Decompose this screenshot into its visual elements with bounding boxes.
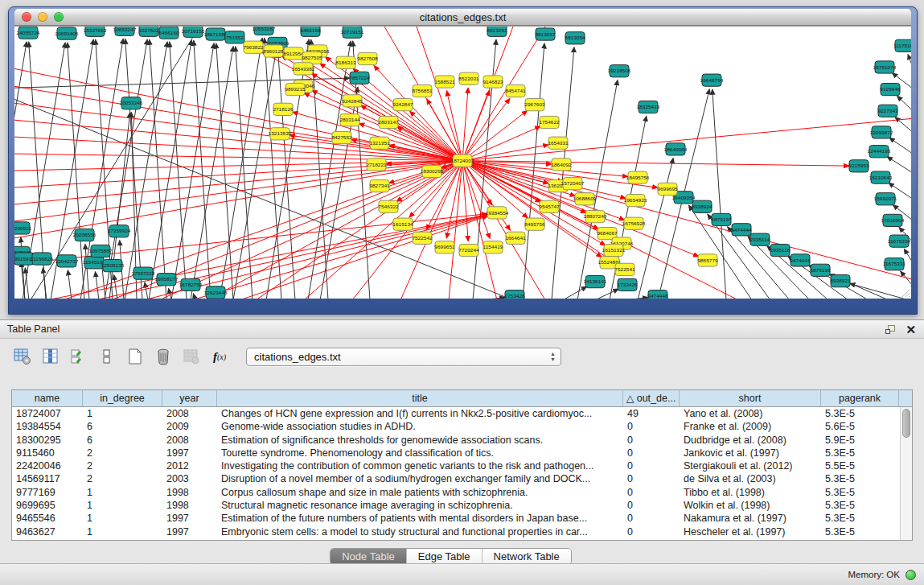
graph-node[interactable]: 20053346 [120, 97, 143, 109]
graph-node[interactable]: 8813051 [487, 27, 507, 36]
graph-node[interactable]: 6466160 [158, 27, 179, 39]
graph-node[interactable]: 18325419 [637, 101, 660, 113]
graph-node[interactable]: 8454741 [505, 84, 526, 97]
graph-node[interactable]: 16782759 [179, 278, 203, 290]
graph-node[interactable]: 751552 [225, 31, 244, 43]
graph-node[interactable]: 8960128 [263, 45, 284, 57]
show-columns-icon[interactable] [41, 347, 60, 366]
table-row[interactable]: 969969511998Structural magnetic resonanc… [12, 499, 912, 512]
graph-node[interactable]: 20206556 [73, 229, 97, 241]
column-header-in-degree[interactable]: in_degree [83, 390, 162, 406]
graph-node[interactable]: 7522541 [614, 263, 635, 275]
graph-node[interactable]: 8912954 [283, 47, 304, 60]
graph-node[interactable]: 8813054 [565, 32, 585, 44]
float-panel-icon[interactable] [885, 325, 896, 335]
graph-node[interactable]: 11175107 [893, 39, 911, 51]
graph-node[interactable]: 19654923 [624, 195, 647, 207]
graph-node[interactable]: 7522542 [412, 232, 433, 244]
graph-node[interactable]: 15751074 [873, 61, 897, 73]
graph-node[interactable]: 9893215 [285, 83, 306, 95]
table-row[interactable]: 911546021997Tourette syndrome. Phenomeno… [12, 447, 912, 459]
graph-node[interactable]: 2935118 [770, 244, 791, 256]
select-all-check-icon[interactable] [69, 347, 88, 366]
table-row[interactable]: 1830029562008Estimation of significance … [12, 434, 912, 447]
graph-node[interactable]: 1321351 [369, 137, 390, 149]
function-builder-icon[interactable]: f(x) [210, 347, 229, 366]
graph-node[interactable]: 12505135 [101, 259, 125, 271]
graph-node[interactable]: 17016504 [881, 214, 905, 226]
graph-node[interactable]: 9215953 [848, 160, 869, 172]
table-selector-dropdown[interactable]: citations_edges.txt ▲▼ [246, 348, 561, 366]
tab-network-table[interactable]: Network Table [483, 549, 571, 564]
graph-node[interactable]: 8813057 [535, 28, 556, 40]
graph-node[interactable]: 1664641 [505, 232, 526, 244]
graph-node[interactable]: 18495756 [626, 171, 650, 183]
graph-node[interactable]: 8756851 [412, 84, 433, 97]
graph-node[interactable]: 9242845 [342, 95, 363, 107]
graph-node[interactable]: 11675331 [883, 258, 906, 270]
graph-node[interactable]: 8522031 [458, 72, 479, 84]
table-row[interactable]: 1938455462009Genome-wide association stu… [12, 420, 912, 433]
graph-node[interactable]: 2803147 [378, 116, 399, 128]
graph-node[interactable]: 14136141 [584, 275, 607, 287]
graph-node[interactable]: 9242847 [392, 99, 413, 111]
graph-node[interactable]: 2935114 [750, 233, 770, 245]
graph-node[interactable]: 17359924 [108, 225, 131, 237]
graph-node[interactable]: 8495756 [524, 218, 545, 230]
graph-node[interactable]: 15327663 [84, 27, 107, 36]
graph-node[interactable]: 2967603 [524, 99, 545, 111]
column-header-out-de-[interactable]: △ out_de... [623, 390, 680, 406]
graph-node[interactable]: 24055724 [17, 27, 40, 39]
table-row[interactable]: 1456911722003Disruption of a novel membe… [12, 472, 912, 485]
graph-node[interactable]: 7857224 [349, 72, 370, 84]
graph-node[interactable]: 10975887 [89, 245, 113, 257]
graph-node[interactable]: 12444193 [868, 146, 891, 158]
tab-node-table[interactable]: Node Table [331, 549, 407, 564]
graph-node[interactable]: 1654331 [548, 137, 569, 149]
graph-node[interactable]: 15720407 [561, 178, 585, 190]
graph-node[interactable]: 7546322 [378, 200, 399, 212]
graph-node[interactable]: 10719151 [341, 27, 364, 38]
graph-node[interactable]: 9699651 [434, 241, 455, 253]
graph-node[interactable]: 11156829 [31, 253, 53, 265]
close-window-button[interactable] [22, 12, 31, 22]
graph-node[interactable]: 9545747 [539, 200, 560, 212]
graph-node[interactable]: 26206521 [14, 222, 32, 234]
graph-node[interactable]: 2803144 [339, 114, 360, 126]
column-header-pagerank[interactable]: pagerank [821, 390, 899, 406]
graph-node[interactable]: 16210643 [869, 171, 893, 183]
new-table-icon[interactable] [125, 347, 145, 366]
graph-node[interactable]: 8938921 [830, 275, 851, 287]
graph-node[interactable]: 19958177 [155, 274, 179, 286]
graph-node[interactable]: 9146823 [483, 76, 503, 88]
graph-node[interactable]: 18640984 [664, 143, 688, 155]
graph-node[interactable]: 17957223 [132, 267, 155, 279]
graph-node[interactable]: 12923448 [204, 286, 228, 299]
graph-node[interactable]: 18671388 [204, 28, 228, 40]
graph-node[interactable]: 10553287 [253, 27, 276, 35]
canvas-resize-grip[interactable] [901, 288, 910, 298]
graph-node[interactable]: 2718221 [366, 159, 387, 171]
graph-node[interactable]: 9474448 [647, 290, 668, 299]
graph-node[interactable]: 12042737 [55, 255, 79, 267]
graph-node[interactable]: 20691406 [55, 27, 79, 39]
graph-node[interactable]: 2718126 [273, 103, 294, 115]
graph-node[interactable]: 9474441 [790, 254, 811, 266]
network-window-titlebar[interactable]: citations_edges.txt [14, 9, 911, 26]
graph-node[interactable]: 7963822 [243, 41, 264, 53]
graph-node[interactable]: 9227343 [877, 105, 898, 117]
graph-node[interactable]: 1864092 [551, 159, 572, 171]
graph-node[interactable]: 10719155 [182, 27, 205, 37]
graph-node[interactable]: 13213539 [269, 128, 292, 140]
table-row[interactable]: 1872400712008Changes of HCN gene express… [12, 407, 912, 420]
graph-node[interactable]: 18807249 [584, 211, 607, 223]
graph-node[interactable]: 10653247 [113, 27, 137, 35]
graph-node[interactable]: 7720244 [458, 244, 479, 256]
graph-node[interactable]: 18724007 [451, 154, 474, 167]
graph-node[interactable]: 9129946 [880, 83, 901, 95]
citation-network-graph[interactable]: 2405572420691406153276631065324715276026… [14, 27, 911, 299]
graph-node[interactable]: 8427552 [331, 131, 352, 143]
graph-node[interactable]: 16151321 [602, 244, 626, 256]
table-row[interactable]: 946362711997Embryonic stem cells: a mode… [12, 525, 912, 538]
graph-node[interactable]: 8938924 [692, 200, 713, 212]
